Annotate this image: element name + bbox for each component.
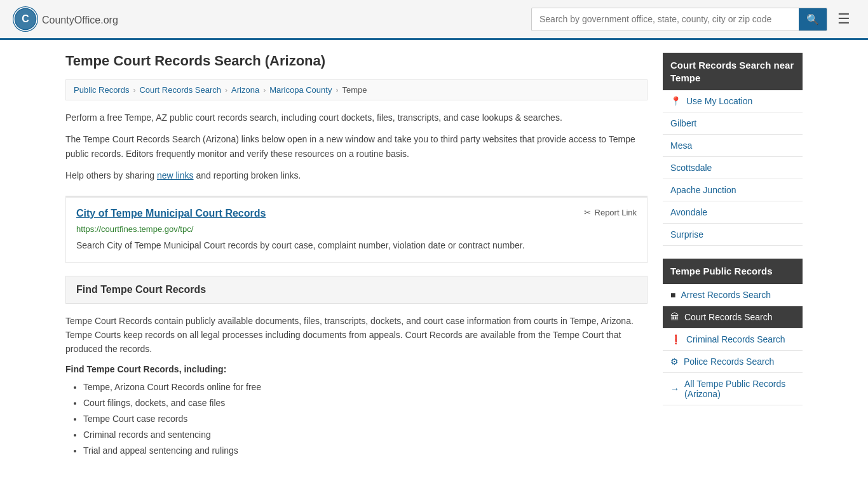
search-input[interactable] bbox=[532, 9, 799, 29]
sidebar-label-mesa: Mesa bbox=[670, 140, 692, 151]
main-container: Tempe Court Records Search (Arizona) Pub… bbox=[53, 40, 815, 473]
sidebar-item-arrest-records[interactable]: ■ Arrest Records Search bbox=[663, 284, 803, 306]
logo-suffix: .org bbox=[100, 15, 118, 25]
find-section-header: Find Tempe Court Records bbox=[65, 276, 648, 304]
sidebar-label-police-records: Police Records Search bbox=[684, 356, 774, 367]
description-para-3: Help others by sharing new links and rep… bbox=[65, 168, 648, 182]
description-para-1: Perform a free Tempe, AZ public court re… bbox=[65, 111, 648, 125]
find-section-para: Tempe Court Records contain publicly ava… bbox=[65, 314, 648, 356]
find-section-title: Find Tempe Court Records bbox=[76, 284, 637, 295]
desc-para-3-prefix: Help others by sharing bbox=[65, 170, 157, 180]
sidebar-item-apache-junction[interactable]: Apache Junction bbox=[663, 179, 803, 201]
logo-name: CountyOffice bbox=[42, 15, 100, 25]
criminal-records-icon: ❗ bbox=[670, 334, 681, 344]
bullet-item-4: Criminal records and sentencing bbox=[83, 428, 648, 442]
police-records-icon: ⚙ bbox=[670, 356, 679, 367]
breadcrumb-public-records[interactable]: Public Records bbox=[74, 85, 129, 95]
sidebar-item-criminal-records[interactable]: ❗ Criminal Records Search bbox=[663, 329, 803, 351]
sidebar-item-scottsdale[interactable]: Scottsdale bbox=[663, 157, 803, 179]
breadcrumb-arizona[interactable]: Arizona bbox=[231, 85, 259, 95]
sidebar-item-surprise[interactable]: Surprise bbox=[663, 224, 803, 246]
sidebar-item-avondale[interactable]: Avondale bbox=[663, 201, 803, 224]
sidebar-label-scottsdale: Scottsdale bbox=[670, 163, 712, 173]
sidebar-item-use-my-location[interactable]: 📍 Use My Location bbox=[663, 90, 803, 112]
sidebar-label-gilbert: Gilbert bbox=[670, 118, 696, 128]
location-pin-icon: 📍 bbox=[670, 96, 681, 106]
breadcrumb: Public Records › Court Records Search › … bbox=[65, 79, 648, 100]
sidebar-item-mesa[interactable]: Mesa bbox=[663, 135, 803, 157]
search-area: 🔍 ☰ bbox=[531, 8, 855, 31]
breadcrumb-sep-1: › bbox=[133, 86, 135, 95]
breadcrumb-court-records-search[interactable]: Court Records Search bbox=[139, 85, 221, 95]
breadcrumb-sep-3: › bbox=[263, 86, 266, 95]
sidebar-nearby-section: Court Records Search near Tempe 📍 Use My… bbox=[663, 53, 803, 246]
breadcrumb-sep-4: › bbox=[336, 86, 338, 95]
record-card: City of Tempe Municipal Court Records ✂ … bbox=[65, 196, 648, 263]
description-para-2: The Tempe Court Records Search (Arizona)… bbox=[65, 132, 648, 161]
find-section-subtitle: Find Tempe Court Records, including: bbox=[65, 364, 648, 374]
breadcrumb-maricopa-county[interactable]: Maricopa County bbox=[269, 85, 332, 95]
report-link-button[interactable]: ✂ Report Link bbox=[584, 208, 637, 217]
record-desc: Search City of Tempe Municipal Court rec… bbox=[76, 239, 637, 252]
main-content: Tempe Court Records Search (Arizona) Pub… bbox=[65, 53, 648, 460]
page-title: Tempe Court Records Search (Arizona) bbox=[65, 53, 648, 69]
sidebar-label-avondale: Avondale bbox=[670, 207, 707, 217]
sidebar-item-all-public-records[interactable]: → All Tempe Public Records (Arizona) bbox=[663, 373, 803, 405]
breadcrumb-tempe: Tempe bbox=[342, 85, 367, 95]
sidebar-label-apache-junction: Apache Junction bbox=[670, 185, 736, 195]
bullet-item-5: Trial and appeal sentencing and rulings bbox=[83, 444, 648, 458]
sidebar-item-police-records[interactable]: ⚙ Police Records Search bbox=[663, 351, 803, 373]
hamburger-menu-button[interactable]: ☰ bbox=[832, 8, 855, 30]
sidebar: Court Records Search near Tempe 📍 Use My… bbox=[663, 53, 803, 460]
new-links-link[interactable]: new links bbox=[157, 170, 194, 180]
bullet-item-2: Court filings, dockets, and case files bbox=[83, 396, 648, 410]
sidebar-public-records-section: Tempe Public Records ■ Arrest Records Se… bbox=[663, 259, 803, 405]
arrest-records-icon: ■ bbox=[670, 290, 675, 300]
scissors-icon: ✂ bbox=[584, 208, 591, 217]
report-link-label: Report Link bbox=[595, 208, 637, 217]
sidebar-public-records-header: Tempe Public Records bbox=[663, 259, 803, 284]
all-records-arrow-icon: → bbox=[670, 384, 679, 394]
sidebar-label-all-records: All Tempe Public Records (Arizona) bbox=[684, 379, 795, 399]
site-header: C CountyOffice.org 🔍 ☰ bbox=[0, 0, 868, 40]
record-url[interactable]: https://courtfines.tempe.gov/tpc/ bbox=[76, 224, 637, 234]
svg-text:C: C bbox=[22, 13, 29, 24]
logo-text: CountyOffice.org bbox=[42, 12, 118, 27]
search-box: 🔍 bbox=[531, 8, 827, 31]
sidebar-label-criminal-records: Criminal Records Search bbox=[686, 334, 785, 344]
sidebar-label-court-records: Court Records Search bbox=[684, 312, 773, 322]
sidebar-nearby-header: Court Records Search near Tempe bbox=[663, 53, 803, 90]
logo-area: C CountyOffice.org bbox=[13, 6, 118, 32]
breadcrumb-sep-2: › bbox=[225, 86, 227, 95]
desc-para-3-suffix: and reporting broken links. bbox=[194, 170, 301, 180]
logo-icon: C bbox=[13, 6, 38, 32]
court-records-icon: 🏛 bbox=[670, 312, 679, 322]
sidebar-label-arrest-records: Arrest Records Search bbox=[681, 290, 771, 300]
record-card-header: City of Tempe Municipal Court Records ✂ … bbox=[76, 208, 637, 219]
sidebar-label-surprise: Surprise bbox=[670, 229, 703, 240]
search-button[interactable]: 🔍 bbox=[799, 8, 827, 30]
record-card-title[interactable]: City of Tempe Municipal Court Records bbox=[76, 208, 266, 219]
sidebar-item-court-records[interactable]: 🏛 Court Records Search bbox=[663, 306, 803, 329]
bullet-item-3: Tempe Court case records bbox=[83, 412, 648, 426]
bullet-item-1: Tempe, Arizona Court Records online for … bbox=[83, 381, 648, 394]
sidebar-item-label-location: Use My Location bbox=[686, 96, 752, 106]
find-section-bullet-list: Tempe, Arizona Court Records online for … bbox=[65, 381, 648, 458]
sidebar-item-gilbert[interactable]: Gilbert bbox=[663, 112, 803, 135]
